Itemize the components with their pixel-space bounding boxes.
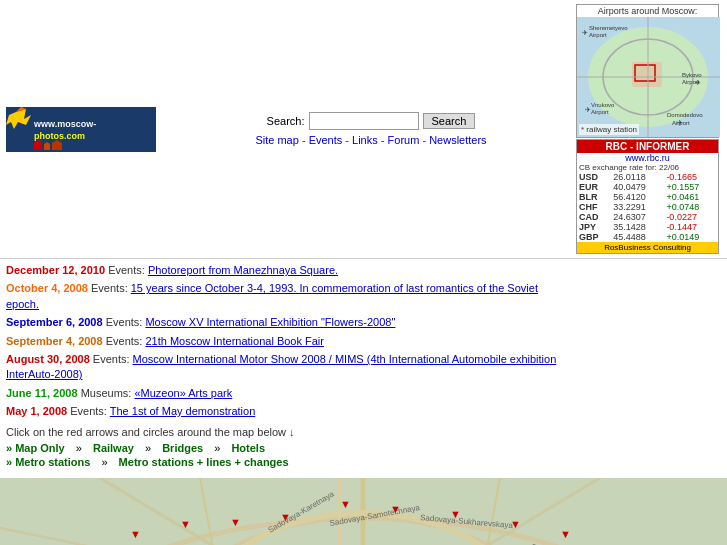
airports-section: Airports around Moscow: <box>576 4 721 254</box>
biz-link[interactable]: RosBusiness Consulting <box>577 242 718 253</box>
rbc-currency-row: EUR40.0479+0.1557 <box>577 182 718 192</box>
news-date-1: October 4, 2008 <box>6 282 88 294</box>
svg-text:▼: ▼ <box>560 528 571 540</box>
rbc-currency-row: JPY35.1428-0.1447 <box>577 222 718 232</box>
rbc-box: RBC - INFORMER www.rbc.ru CB exchange ra… <box>576 139 719 254</box>
search-input[interactable] <box>309 112 419 130</box>
svg-text:▼: ▼ <box>340 498 351 510</box>
svg-text:Airport: Airport <box>589 32 607 38</box>
airports-map: ✈ Sheremetyevo Airport ✈ Bykovo Airport … <box>577 17 720 137</box>
content: December 12, 2010 Events: Photoreport fr… <box>0 259 570 476</box>
rbc-table: CB exchange rate for: 22/06 USD26.0118-0… <box>577 163 718 242</box>
news-date-5: June 11, 2008 <box>6 387 78 399</box>
news-type-4: Events: <box>93 353 130 365</box>
rbc-url[interactable]: www.rbc.ru <box>577 153 718 163</box>
click-instruction: Click on the red arrows and circles arou… <box>6 426 564 438</box>
nav-sep-1: - <box>302 134 309 146</box>
nav-links-link[interactable]: Links <box>352 134 378 146</box>
news-item-5: June 11, 2008 Museums: «Muzeon» Arts par… <box>6 386 564 401</box>
news-item-0: December 12, 2010 Events: Photoreport fr… <box>6 263 564 278</box>
nav-metro-stations[interactable]: » Metro stations <box>6 456 90 468</box>
news-list: December 12, 2010 Events: Photoreport fr… <box>6 263 564 420</box>
svg-text:Vnukovo: Vnukovo <box>591 102 615 108</box>
nav-events[interactable]: Events <box>309 134 343 146</box>
news-date-2: September 6, 2008 <box>6 316 103 328</box>
map-nav: » Map Only » Railway » Bridges » Hotels … <box>6 442 564 468</box>
news-link-5[interactable]: «Muzeon» Arts park <box>134 387 232 399</box>
svg-text:Airport: Airport <box>672 120 690 126</box>
news-link-3[interactable]: 21th Moscow International Book Fair <box>145 335 324 347</box>
svg-rect-9 <box>52 143 62 150</box>
news-type-1: Events: <box>91 282 128 294</box>
map-svg: Sadovaya-Karetnaya Sadovaya-Samotechnaya… <box>0 478 727 545</box>
rbc-currency-row: CHF33.2291+0.0748 <box>577 202 718 212</box>
news-link-0[interactable]: Photoreport from Manezhnaya Square. <box>148 264 338 276</box>
nav-newsletters[interactable]: Newsletters <box>429 134 486 146</box>
news-date-4: August 30, 2008 <box>6 353 90 365</box>
svg-text:▼: ▼ <box>230 516 241 528</box>
news-item-1: October 4, 2008 Events: 15 years since O… <box>6 281 564 312</box>
railway-legend: * railway station <box>579 124 639 135</box>
logo-image: www.moscow- photos.com <box>6 107 156 152</box>
rbc-currency-row: GBP45.4488+0.0149 <box>577 232 718 242</box>
svg-rect-5 <box>34 142 42 150</box>
nav-hotels[interactable]: Hotels <box>231 442 265 454</box>
news-type-6: Events: <box>70 405 107 417</box>
news-date-0: December 12, 2010 <box>6 264 105 276</box>
svg-text:▼: ▼ <box>450 508 461 520</box>
svg-rect-0 <box>6 107 156 152</box>
news-date-6: May 1, 2008 <box>6 405 67 417</box>
search-row: Search: Search <box>267 112 476 130</box>
nav-map-only[interactable]: » Map Only <box>6 442 65 454</box>
news-item-4: August 30, 2008 Events: Moscow Internati… <box>6 352 564 383</box>
map-nav-row1: » Map Only » Railway » Bridges » Hotels <box>6 442 564 454</box>
nav-bridges[interactable]: Bridges <box>162 442 203 454</box>
svg-text:▼: ▼ <box>180 518 191 530</box>
search-label: Search: <box>267 115 305 127</box>
svg-text:▼: ▼ <box>510 518 521 530</box>
news-link-2[interactable]: Moscow XV International Exhibition "Flow… <box>145 316 395 328</box>
news-type-0: Events: <box>108 264 145 276</box>
rbc-header: RBC - INFORMER <box>577 140 718 153</box>
rbc-currency-row: BLR56.4120+0.0461 <box>577 192 718 202</box>
news-link-6[interactable]: The 1st of May demonstration <box>110 405 256 417</box>
nav-links: Site map - Events - Links - Forum - News… <box>255 134 486 146</box>
news-date-3: September 4, 2008 <box>6 335 103 347</box>
svg-text:Sheremetyevo: Sheremetyevo <box>589 25 628 31</box>
map-container[interactable]: Sadovaya-Karetnaya Sadovaya-Samotechnaya… <box>0 478 727 545</box>
rbc-date-row: CB exchange rate for: 22/06 <box>577 163 718 172</box>
nav-railway[interactable]: Railway <box>93 442 134 454</box>
news-item-6: May 1, 2008 Events: The 1st of May demon… <box>6 404 564 419</box>
svg-text:▼: ▼ <box>280 511 291 523</box>
search-area: Search: Search Site map - Events - Links… <box>166 112 576 146</box>
news-item-2: September 6, 2008 Events: Moscow XV Inte… <box>6 315 564 330</box>
nav-site-map[interactable]: Site map <box>255 134 298 146</box>
rbc-currency-row: USD26.0118-0.1665 <box>577 172 718 182</box>
svg-text:✈: ✈ <box>582 29 588 36</box>
map-nav-row2: » Metro stations » Metro stations + line… <box>6 456 564 468</box>
svg-rect-7 <box>44 144 50 150</box>
svg-text:▼: ▼ <box>130 528 141 540</box>
nav-forum[interactable]: Forum <box>388 134 420 146</box>
nav-sep-3: - <box>381 134 388 146</box>
svg-text:Domodedovo: Domodedovo <box>667 112 703 118</box>
news-type-3: Events: <box>106 335 143 347</box>
svg-text:Airport: Airport <box>591 109 609 115</box>
airports-title: Airports around Moscow: <box>577 5 718 17</box>
logo-area: www.moscow- photos.com <box>6 107 166 152</box>
news-type-2: Events: <box>106 316 143 328</box>
svg-text:Airport: Airport <box>682 79 700 85</box>
airports-box: Airports around Moscow: <box>576 4 719 138</box>
svg-text:www.moscow-: www.moscow- <box>33 119 96 129</box>
header: www.moscow- photos.com Search: Search <box>0 0 727 259</box>
news-type-5: Museums: <box>81 387 132 399</box>
svg-text:▼: ▼ <box>390 503 401 515</box>
search-button[interactable]: Search <box>423 113 476 129</box>
svg-text:photos.com: photos.com <box>34 131 85 141</box>
news-item-3: September 4, 2008 Events: 21th Moscow In… <box>6 334 564 349</box>
rbc-currency-row: CAD24.6307-0.0227 <box>577 212 718 222</box>
svg-text:Bykovo: Bykovo <box>682 72 702 78</box>
nav-metro-lines[interactable]: Metro stations + lines + changes <box>119 456 289 468</box>
